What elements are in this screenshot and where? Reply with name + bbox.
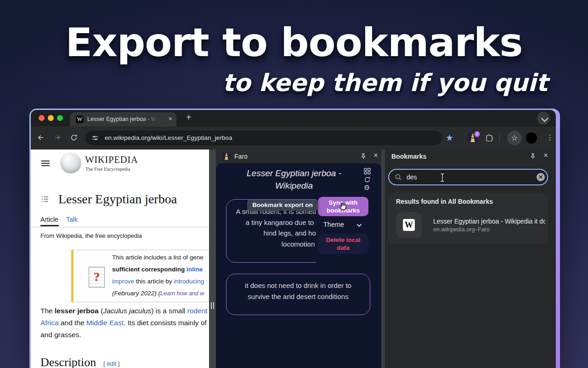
chevron-down-icon [356,224,362,228]
hand-cursor-icon [338,202,347,211]
back-icon[interactable] [37,134,45,141]
search-results-card: Results found in All Bookmarks W Lesser … [388,193,548,244]
extensions-puzzle-icon[interactable] [485,134,493,142]
theme-dropdown[interactable]: Theme [316,221,370,231]
result-subtitle: en.wikipedia.org–Faro [433,226,490,233]
browser-toolbar: en.wikipedia.org/wiki/Lesser_Egyptian_je… [31,126,556,150]
introducing-link[interactable]: introducing [174,278,204,285]
question-document-icon: ? [89,267,105,288]
side-panel-resize-handle[interactable] [209,150,216,368]
faro-side-panel: Faro × Lesser Egyptian jerboa - Wikipedi… [216,150,381,368]
pin-icon[interactable] [360,153,367,160]
chevron-down-icon [541,115,548,122]
faro-grid-icon[interactable] [364,168,371,177]
ibeam-cursor-icon [439,172,446,183]
tab-favicon: W [76,115,84,123]
faro-panel-header: Faro × [216,150,381,163]
new-tab-button[interactable]: + [186,112,192,123]
bookmark-export-tooltip: Bookmark export on [247,200,318,211]
wikipedia-globe-logo[interactable] [60,152,81,173]
delete-local-data-button[interactable]: Delete local data [318,234,368,254]
notice-line-4: (February 2022) (Learn how and w [112,290,204,297]
hero-title: Export to bookmarks [0,19,588,65]
wikipedia-favicon: W [403,219,415,231]
tab-search-button[interactable] [537,112,550,125]
side-panel-star-icon: ☆ [511,134,518,142]
section-heading: Description [40,356,96,368]
result-favicon-tile: W [396,212,422,238]
close-panel-icon[interactable]: × [373,151,378,160]
notice-line-2: sufficient corresponding inline [112,266,203,273]
faro-panel-title: Faro [234,153,248,160]
faro-settings-gear-icon[interactable]: ⚙ [364,184,370,192]
notice-line-1: This article includes a list of gene [112,254,204,261]
browser-menu-icon[interactable]: ⋮ [546,133,554,142]
faro-app-icon [222,152,231,161]
site-info-icon[interactable] [91,134,99,142]
paragraph-line-1: The lesser jerboa (Jaculus jaculus) is a… [40,307,208,315]
tab-close-icon[interactable]: × [169,115,172,122]
tab-talk[interactable]: Talk [66,216,78,223]
toolbar-divider [499,133,500,143]
search-icon [395,173,402,181]
close-panel-icon[interactable]: × [543,151,548,160]
extension-badge: 2 [474,131,480,137]
bookmarks-side-panel: Bookmarks × ✕ Results found in All Bookm… [385,150,556,368]
url-bar[interactable]: en.wikipedia.org/wiki/Lesser_Egyptian_je… [85,131,442,145]
edit-section-link[interactable]: [ edit ] [103,360,119,367]
tab-article[interactable]: Article [40,216,58,223]
africa-link[interactable]: Africa [40,319,59,327]
panels-divider [381,150,385,368]
faro-panel-body: Lesser Egyptian jerboa - Wikipedia ⚙ A s… [216,163,381,368]
hamburger-menu-icon[interactable] [41,161,50,166]
paragraph-line-2: Africa and the Middle East. Its diet con… [40,319,207,327]
notice-line-3: improve this article by introducing [112,278,204,285]
paragraph-line-3: and grasses. [40,331,81,339]
contents-icon[interactable] [41,196,49,203]
wikipedia-page: WIKIPEDIA The Free Encyclopedia Lesser E… [31,150,209,368]
resize-grip-icon[interactable] [211,302,214,309]
tabs-divider [31,227,209,227]
middle-east-link[interactable]: Middle East [86,319,124,327]
lighthouse-icon [222,152,231,161]
improve-link[interactable]: improve [112,278,134,285]
hero-subtitle: to keep them if you quit [223,69,548,97]
tab-strip: W Lesser Egyptian jerboa - Wiki × + [31,110,556,126]
rodent-link[interactable]: rodent [187,307,208,315]
faro-extension-icon[interactable]: 2 [468,133,478,143]
article-tagline: From Wikipedia, the free encyclopedia [40,232,142,239]
active-tab-underline [40,225,59,226]
profile-avatar[interactable] [526,132,537,144]
side-panel-button[interactable]: ☆ [507,131,522,145]
browser-tab[interactable]: W Lesser Egyptian jerboa - Wiki × [70,112,176,126]
url-text: en.wikipedia.org/wiki/Lesser_Egyptian_je… [105,134,232,141]
bookmarks-search-input[interactable] [388,169,548,185]
result-title[interactable]: Lesser Egyptian jerboa - Wikipedia it do… [433,218,545,225]
reload-icon[interactable] [70,134,78,141]
wikipedia-wordmark[interactable]: WIKIPEDIA [85,154,138,166]
inline-citations-link[interactable]: inline [187,266,203,273]
browser-window: W Lesser Egyptian jerboa - Wiki × + en.w… [29,109,560,368]
screenshot-canvas: Export to bookmarks to keep them if you … [0,0,588,368]
bookmark-star-icon[interactable]: ★ [446,132,453,143]
minimize-window-button[interactable] [48,115,54,121]
clear-search-icon[interactable]: ✕ [537,173,545,181]
close-window-button[interactable] [39,115,45,121]
forward-icon[interactable] [54,134,61,141]
tab-title: Lesser Egyptian jerboa - Wiki [87,116,159,122]
bookmarks-panel-title: Bookmarks [391,153,426,160]
learn-how-link[interactable]: Learn how and w [160,290,204,297]
faro-highlight-card-2[interactable]: it does not need to drink in order to su… [226,274,370,315]
pin-icon[interactable] [529,153,537,160]
article-notice-box: ? This article includes a list of gene s… [71,250,209,302]
wikipedia-logo-tagline: The Free Encyclopedia [85,167,130,172]
maximize-window-button[interactable] [57,115,63,121]
theme-label: Theme [323,221,344,228]
results-header: Results found in All Bookmarks [396,198,493,205]
faro-page-title: Lesser Egyptian jerboa - Wikipedia [237,167,351,192]
article-title: Lesser Egyptian jerboa [58,192,177,207]
